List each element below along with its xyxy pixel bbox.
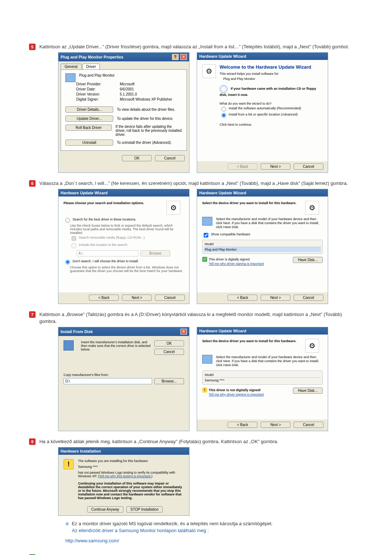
hw2-opt-search-label: Search for the best driver in these loca… <box>73 218 136 221</box>
browse-button: Browse <box>140 250 170 256</box>
back-button[interactable]: < Back <box>89 295 119 301</box>
hw1-title: Hardware Update Wizard <box>199 54 246 58</box>
date-value: 6/6/2001 <box>120 87 134 91</box>
step-8: 8 Ha a következő ablak jelenik meg, katt… <box>29 438 363 543</box>
close-icon[interactable]: × <box>180 54 187 60</box>
rollback-desc: If the device fails after updating the d… <box>115 125 182 137</box>
next-button[interactable]: Next > <box>261 422 290 428</box>
hw-wizard-4: Hardware Update Wizard Select the device… <box>197 327 328 431</box>
have-disk-button[interactable]: Have Disk... <box>293 257 323 263</box>
pnp-title: Plug and Play Monitor Properties <box>61 55 123 59</box>
hw4-unsigned-link[interactable]: Tell me why driver signing is important <box>209 393 264 396</box>
tab-general[interactable]: General <box>61 64 82 69</box>
driver-details-button[interactable]: Driver Details... <box>65 106 113 113</box>
ifd-copy-label: Copy manufacturer's files from: <box>64 373 184 377</box>
cancel-button[interactable]: Cancel <box>155 155 185 161</box>
hw4-title: Hardware Update Wizard <box>199 329 246 333</box>
hw3-signed: This driver is digitally signed. <box>209 258 250 261</box>
hi-line3b: ) <box>151 474 152 478</box>
back-button[interactable]: < Back <box>228 295 257 301</box>
hw1-opt-auto[interactable]: Install the software automatically (Reco… <box>220 106 323 112</box>
ok-button[interactable]: OK <box>154 340 184 347</box>
install-from-disk-dialog: Install From Disk × Insert the manufactu… <box>58 327 189 431</box>
document-page: 5 Kattintson az „Update Driver..." (Driv… <box>0 0 392 555</box>
hw4-model-value[interactable]: Samsung **** <box>204 378 321 383</box>
hw2-opt-dontsearch[interactable]: Don't search. I will choose the driver t… <box>64 259 184 264</box>
update-driver-desc: To update the driver for this device. <box>117 117 173 121</box>
monitor-icon <box>65 73 75 82</box>
update-driver-button[interactable]: Update Driver... <box>65 116 113 122</box>
cd-icon <box>220 85 228 93</box>
stop-installation-button[interactable]: STOP Installation <box>126 506 162 513</box>
ok-button[interactable]: OK <box>122 155 152 161</box>
hi-line2: Samsung **** <box>78 465 184 469</box>
floppy-icon <box>64 340 74 351</box>
rollback-button[interactable]: Roll Back Driver <box>65 125 112 131</box>
hw3-signed-link[interactable]: Tell me why driver signing is important <box>209 262 264 266</box>
hw1-question: What do you want the wizard to do? <box>220 102 323 105</box>
wizard-icon: ⚙ <box>202 64 216 78</box>
wizard-icon: ⚙ <box>167 201 180 215</box>
hw2-chk1-label: Search removable media (floppy, CD-ROM..… <box>79 236 144 239</box>
hw4-heading: Select the device driver you want to ins… <box>202 339 297 343</box>
back-button[interactable]: < Back <box>228 422 257 428</box>
close-icon[interactable]: × <box>180 329 187 335</box>
hw2-chk-location: Include this location in the search: <box>70 243 184 249</box>
hw2-chk-removable: Search removable media (floppy, CD-ROM..… <box>70 236 184 242</box>
signer-label: Digital Signer: <box>76 97 120 101</box>
date-label: Driver Date: <box>76 87 120 91</box>
hw1-cd-text: If your hardware came with an installati… <box>220 87 316 97</box>
continue-anyway-button[interactable]: Continue Anyway <box>87 506 123 513</box>
hi-logo-link[interactable]: Tell me why this testing is important. <box>99 474 151 478</box>
cancel-button[interactable]: Cancel <box>155 295 185 301</box>
pnp-titlebar: Plug and Play Monitor Properties ? × <box>58 53 189 61</box>
signed-icon: ✓ <box>202 257 207 262</box>
uninstall-desc: To uninstall the driver (Advanced). <box>117 141 172 145</box>
next-button[interactable]: Next > <box>261 163 290 170</box>
cancel-button[interactable]: Cancel <box>294 422 323 428</box>
signer-value: Microsoft Windows XP Publisher <box>120 97 172 101</box>
samsung-url-link[interactable]: http://www.samsung.com/ <box>65 538 363 543</box>
step-8-number: 8 <box>29 438 36 445</box>
back-button: < Back <box>228 163 257 170</box>
foot1: Ez a monitor driver igazoló MS logóval r… <box>72 521 273 526</box>
hw2-opt2-sub: Choose this option to select the device … <box>70 266 184 273</box>
step-6-number: 6 <box>29 180 36 187</box>
pnp-properties-dialog: Plug and Play Monitor Properties ? × Gen… <box>58 52 189 173</box>
ifd-title: Install From Disk <box>61 329 93 334</box>
hw3-compat-check[interactable]: Show compatible hardware <box>202 232 323 239</box>
hw2-chk2-label: Include this location in the search: <box>79 243 128 247</box>
hw4-unsigned: This driver is not digitally signed! <box>209 388 261 392</box>
uninstall-button[interactable]: Uninstall <box>65 139 113 146</box>
hw3-model-value[interactable]: Plug and Play Monitor <box>204 247 321 252</box>
browse-button[interactable]: Browse... <box>154 378 184 384</box>
hw2-path: A:\ <box>77 250 138 256</box>
cancel-button[interactable]: Cancel <box>294 163 323 170</box>
hw2-opt-search[interactable]: Search for the best driver in these loca… <box>64 218 184 223</box>
have-disk-button[interactable]: Have Disk... <box>293 388 323 394</box>
wizard-icon: ⚙ <box>305 339 319 353</box>
ifd-msg: Insert the manufacturer's installation d… <box>81 340 151 355</box>
pnp-panel: Plug and Play Monitor Driver Provider:Mi… <box>61 69 187 151</box>
hi-paragraph: Continuing your installation of this sof… <box>78 482 184 500</box>
hw2-opt1-sub: Use the check boxes below to limit or ex… <box>70 224 184 235</box>
provider-value: Microsoft <box>120 82 135 86</box>
hw-wizard-2: Hardware Update Wizard Please choose you… <box>58 189 189 304</box>
step-5-text: Kattintson az „Update Driver..." (Driver… <box>39 44 355 50</box>
help-icon[interactable]: ? <box>172 54 179 60</box>
hw3-compat-label: Show compatible hardware <box>211 232 250 236</box>
hw1-opt-list[interactable]: Install from a list or specific location… <box>220 113 323 118</box>
hw2-opt-dontsearch-label: Don't search. I will choose the driver t… <box>73 259 139 263</box>
ifd-path-input[interactable]: D:\ <box>64 378 152 384</box>
cancel-button[interactable]: Cancel <box>154 349 184 355</box>
hi-title: Hardware Installation <box>61 449 101 453</box>
wizard-icon: ⚙ <box>305 201 319 215</box>
cancel-button[interactable]: Cancel <box>294 295 323 301</box>
next-button[interactable]: Next > <box>261 295 290 301</box>
hw2-title: Hardware Update Wizard <box>61 191 108 195</box>
step-7: 7 Kattintson a „Browse" (Tallózás) gombr… <box>29 311 363 431</box>
next-button[interactable]: Next > <box>122 295 152 301</box>
hw-wizard-1: Hardware Update Wizard ⚙ Welcome to the … <box>197 52 328 173</box>
hw1-heading: Welcome to the Hardware Update Wizard <box>220 64 323 70</box>
tab-driver[interactable]: Driver <box>82 64 100 69</box>
